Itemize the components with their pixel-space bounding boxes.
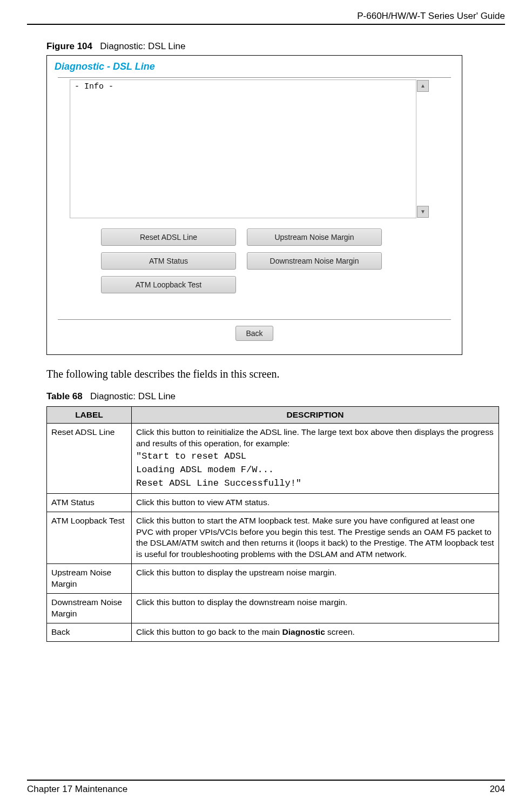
- button-grid: Reset ADSL Line Upstream Noise Margin AT…: [101, 229, 403, 300]
- figure-caption: Figure 104 Diagnostic: DSL Line: [46, 41, 505, 52]
- code-line: Loading ADSL modem F/W...: [136, 464, 494, 477]
- divider: [58, 77, 451, 78]
- table-title: Diagnostic: DSL Line: [90, 391, 176, 401]
- info-textarea[interactable]: - Info - ▲ ▼: [70, 79, 416, 218]
- table-label: Table 68: [46, 391, 83, 401]
- screenshot-panel: Diagnostic - DSL Line - Info - ▲ ▼ Reset…: [46, 55, 462, 355]
- code-line: "Start to reset ADSL: [136, 451, 494, 463]
- cell-desc: Click this button to display the upstrea…: [132, 564, 499, 594]
- table-row: ATM Loopback Test Click this button to s…: [47, 512, 499, 564]
- info-text: - Info -: [70, 80, 416, 93]
- scroll-up-icon[interactable]: ▲: [417, 80, 429, 92]
- upstream-noise-button[interactable]: Upstream Noise Margin: [247, 229, 382, 246]
- desc-text: Click this button to go back to the main: [136, 627, 282, 636]
- cell-desc: Click this button to reinitialize the AD…: [132, 424, 499, 494]
- table-row: Downstream Noise Margin Click this butto…: [47, 594, 499, 623]
- cell-desc: Click this button to view ATM status.: [132, 493, 499, 512]
- cell-label: Downstream Noise Margin: [47, 594, 132, 623]
- reset-adsl-button[interactable]: Reset ADSL Line: [101, 229, 236, 246]
- downstream-noise-button[interactable]: Downstream Noise Margin: [247, 252, 382, 270]
- intro-text: The following table describes the fields…: [46, 368, 505, 380]
- header-guide-title: P-660H/HW/W-T Series User' Guide: [27, 11, 505, 25]
- cell-desc: Click this button to start the ATM loopb…: [132, 512, 499, 564]
- cell-label: Upstream Noise Margin: [47, 564, 132, 594]
- table-row: Back Click this button to go back to the…: [47, 623, 499, 641]
- desc-text: Click this button to reinitialize the AD…: [136, 427, 494, 448]
- back-button[interactable]: Back: [235, 326, 273, 341]
- cell-label: ATM Status: [47, 493, 132, 512]
- desc-bold: Diagnostic: [282, 627, 325, 636]
- col-header-label: LABEL: [47, 407, 132, 424]
- atm-status-button[interactable]: ATM Status: [101, 252, 236, 270]
- figure-title: Diagnostic: DSL Line: [100, 41, 185, 51]
- cell-label: ATM Loopback Test: [47, 512, 132, 564]
- divider: [58, 319, 451, 320]
- figure-label: Figure 104: [46, 41, 92, 51]
- table-row: ATM Status Click this button to view ATM…: [47, 493, 499, 512]
- panel-title: Diagnostic - DSL Line: [55, 61, 454, 72]
- code-line: Reset ADSL Line Successfully!": [136, 478, 494, 490]
- scroll-down-icon[interactable]: ▼: [417, 206, 429, 218]
- col-header-description: DESCRIPTION: [132, 407, 499, 424]
- table-row: Reset ADSL Line Click this button to rei…: [47, 424, 499, 494]
- footer-chapter: Chapter 17 Maintenance: [27, 784, 127, 795]
- table-caption: Table 68 Diagnostic: DSL Line: [46, 391, 505, 402]
- footer: Chapter 17 Maintenance 204: [27, 780, 505, 795]
- cell-desc: Click this button to display the downstr…: [132, 594, 499, 623]
- cell-label: Back: [47, 623, 132, 641]
- desc-text: screen.: [325, 627, 355, 636]
- cell-label: Reset ADSL Line: [47, 424, 132, 494]
- cell-desc: Click this button to go back to the main…: [132, 623, 499, 641]
- footer-page: 204: [490, 784, 505, 795]
- table-row: Upstream Noise Margin Click this button …: [47, 564, 499, 594]
- description-table: LABEL DESCRIPTION Reset ADSL Line Click …: [46, 406, 499, 642]
- atm-loopback-button[interactable]: ATM Loopback Test: [101, 276, 236, 293]
